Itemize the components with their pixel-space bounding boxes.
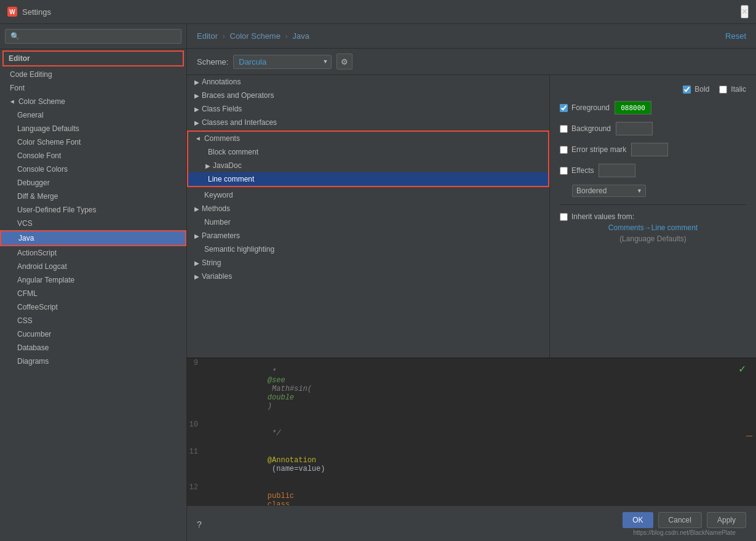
sidebar-label-cucumber: Cucumber	[17, 330, 51, 339]
sidebar-item-java[interactable]: Java	[0, 230, 186, 246]
sidebar-item-language-defaults[interactable]: Language Defaults	[0, 122, 186, 135]
bold-checkbox[interactable]	[683, 86, 691, 94]
inherit-checkbox[interactable]	[560, 213, 568, 221]
sidebar-label-android-logcat: Android Logcat	[17, 262, 67, 271]
inherit-label: Inherit values from:	[571, 212, 634, 221]
code-span: Math#sin(	[268, 385, 312, 393]
sidebar-item-general[interactable]: General	[0, 108, 186, 122]
tree-item-semantic[interactable]: Semantic highlighting	[187, 242, 549, 256]
error-stripe-color-swatch[interactable]	[631, 143, 668, 156]
sidebar-item-css[interactable]: CSS	[0, 314, 186, 327]
sidebar-item-font[interactable]: Font	[0, 81, 186, 95]
effects-checkbox[interactable]	[560, 167, 568, 175]
expand-arrow-annotations: ▶	[194, 79, 199, 86]
expand-arrow-classes-interfaces: ▶	[194, 119, 199, 126]
foreground-checkbox-label[interactable]: Foreground	[560, 103, 610, 112]
tree-item-line-comment[interactable]: Line comment	[188, 172, 548, 186]
sidebar-item-coffeescript[interactable]: CoffeeScript	[0, 300, 186, 314]
effects-label: Effects	[571, 166, 594, 175]
background-row: Background	[560, 122, 746, 135]
sidebar-label-console-colors: Console Colors	[17, 165, 68, 174]
italic-checkbox-label[interactable]: Italic	[719, 85, 746, 94]
tree-label-classes-interfaces: Classes and Interfaces	[202, 118, 277, 127]
breadcrumb-editor: Editor	[197, 31, 218, 41]
sidebar-item-code-editing[interactable]: Code Editing	[0, 68, 186, 81]
tree-item-class-fields[interactable]: ▶ Class Fields	[187, 102, 549, 116]
cancel-button[interactable]: Cancel	[658, 512, 702, 528]
code-span: double	[268, 393, 294, 402]
sidebar-item-vcs[interactable]: VCS	[0, 217, 186, 230]
tree-label-class-fields: Class Fields	[202, 105, 242, 113]
breadcrumb-java: Java	[293, 31, 309, 41]
inherit-link[interactable]: Comments→Line comment	[560, 223, 746, 232]
bold-italic-row: Bold Italic	[560, 85, 746, 94]
effects-color-swatch[interactable]	[599, 164, 635, 177]
sidebar-label-database: Database	[17, 343, 49, 352]
sidebar-item-user-defined[interactable]: User-Defined File Types	[0, 203, 186, 217]
sidebar-label-language-defaults: Language Defaults	[17, 124, 79, 133]
scheme-row: Scheme: Darcula Default High Contrast ⚙	[187, 49, 756, 75]
tree-item-variables[interactable]: ▶ Variables	[187, 270, 549, 283]
ok-button[interactable]: OK	[623, 512, 653, 528]
tree-item-classes-interfaces[interactable]: ▶ Classes and Interfaces	[187, 116, 549, 129]
window-title: Settings	[22, 7, 51, 17]
sidebar-item-diagrams[interactable]: Diagrams	[0, 355, 186, 368]
search-input[interactable]	[5, 29, 181, 44]
effect-select[interactable]: Bordered Underscored Bold underscored Un…	[572, 185, 646, 197]
scheme-select[interactable]: Darcula Default High Contrast	[233, 55, 332, 69]
sidebar-item-cfml[interactable]: CFML	[0, 287, 186, 300]
sidebar-item-diff-merge[interactable]: Diff & Merge	[0, 190, 186, 203]
foreground-color-swatch[interactable]: 088000	[615, 101, 651, 114]
tree-item-javadoc[interactable]: ▶ JavaDoc	[188, 159, 548, 172]
expand-arrow-comments: ▼	[195, 135, 202, 142]
expand-arrow-javadoc: ▶	[205, 162, 210, 169]
sidebar-item-database[interactable]: Database	[0, 341, 186, 355]
sidebar: Editor Code Editing Font ▼ Color Scheme …	[0, 24, 187, 541]
scheme-gear-button[interactable]: ⚙	[336, 54, 352, 70]
reset-button[interactable]: Reset	[725, 31, 746, 41]
sidebar-label-cfml: CFML	[17, 289, 38, 298]
sidebar-item-android-logcat[interactable]: Android Logcat	[0, 260, 186, 273]
tree-item-string[interactable]: ▶ String	[187, 256, 549, 270]
tree-label-string: String	[202, 258, 221, 267]
sidebar-item-editor[interactable]: Editor	[2, 50, 184, 66]
tree-label-annotations: Annotations	[202, 78, 241, 86]
tree-item-annotations[interactable]: ▶ Annotations	[187, 75, 549, 89]
background-color-swatch[interactable]	[616, 122, 653, 135]
background-checkbox[interactable]	[560, 125, 568, 133]
tree-item-methods[interactable]: ▶ Methods	[187, 202, 549, 215]
tree-item-braces-operators[interactable]: ▶ Braces and Operators	[187, 89, 549, 102]
sidebar-label-java: Java	[18, 234, 34, 242]
help-button[interactable]: ?	[197, 519, 202, 529]
sidebar-label-actionscript: ActionScript	[17, 249, 57, 257]
italic-checkbox[interactable]	[719, 86, 727, 94]
sidebar-item-angular-template[interactable]: Angular Template	[0, 273, 186, 287]
sidebar-label-diff-merge: Diff & Merge	[17, 192, 58, 201]
sidebar-item-console-font[interactable]: Console Font	[0, 149, 186, 162]
sidebar-item-color-scheme-font[interactable]: Color Scheme Font	[0, 135, 186, 149]
background-label: Background	[571, 124, 611, 133]
tree-item-number[interactable]: Number	[187, 215, 549, 229]
tree-label-line-comment: Line comment	[208, 175, 254, 183]
line-num-11: 11	[187, 447, 205, 482]
sidebar-item-cucumber[interactable]: Cucumber	[0, 327, 186, 341]
foreground-checkbox[interactable]	[560, 104, 568, 112]
tree-item-block-comment[interactable]: Block comment	[188, 145, 548, 159]
sidebar-item-console-colors[interactable]: Console Colors	[0, 162, 186, 176]
error-stripe-checkbox[interactable]	[560, 146, 568, 154]
inherit-checkbox-label[interactable]: Inherit values from:	[560, 212, 746, 221]
tree-item-keyword[interactable]: Keyword	[187, 188, 549, 202]
tree-item-parameters[interactable]: ▶ Parameters	[187, 229, 549, 242]
sidebar-content: Editor Code Editing Font ▼ Color Scheme …	[0, 49, 186, 541]
sidebar-item-color-scheme[interactable]: ▼ Color Scheme	[0, 95, 186, 108]
close-button[interactable]: ×	[741, 5, 749, 18]
breadcrumb-sep1: ›	[223, 31, 228, 41]
effects-checkbox-label[interactable]: Effects	[560, 166, 594, 175]
error-stripe-checkbox-label[interactable]: Error stripe mark	[560, 145, 626, 154]
apply-button[interactable]: Apply	[707, 512, 746, 528]
tree-item-comments[interactable]: ▼ Comments	[188, 132, 548, 145]
sidebar-item-actionscript[interactable]: ActionScript	[0, 246, 186, 260]
background-checkbox-label[interactable]: Background	[560, 124, 611, 133]
bold-checkbox-label[interactable]: Bold	[683, 85, 709, 94]
sidebar-item-debugger[interactable]: Debugger	[0, 176, 186, 190]
